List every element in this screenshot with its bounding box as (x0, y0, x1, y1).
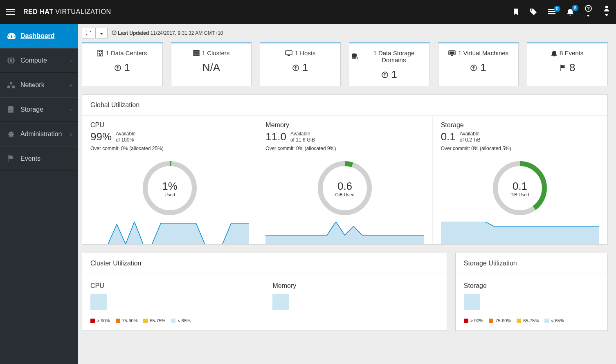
last-updated-label: Last Updated (118, 30, 149, 36)
heatmap-square[interactable] (272, 294, 289, 310)
legend-item: 75-90% (116, 318, 138, 323)
svg-rect-27 (101, 51, 102, 52)
svg-rect-26 (99, 51, 100, 52)
summary-card[interactable]: 8 Events 8 (527, 43, 608, 86)
user-icon[interactable] (603, 5, 610, 19)
refresh-button[interactable] (82, 28, 96, 38)
tasks-icon[interactable]: 0 (548, 9, 555, 15)
sidebar-item-label: Storage (20, 106, 43, 113)
util-cell: Storage 0.1 Availableof 0.2 TiB Over com… (433, 116, 607, 244)
card-body: 1 (84, 61, 160, 74)
bottom-row: Cluster Utilization CPU Memory > 90%75-9… (82, 253, 608, 339)
svg-rect-35 (286, 51, 292, 55)
svg-rect-33 (193, 52, 200, 54)
util-overcommit: Over commit: 0% (allocated 25%) (90, 146, 249, 151)
util-overcommit: Over commit: 0% (allocated 5%) (441, 146, 599, 151)
chevron-right-icon: › (70, 57, 72, 64)
sidebar-item-events[interactable]: Events (0, 146, 78, 171)
util-summary: 99% Availableof 100% (90, 130, 249, 143)
svg-rect-30 (99, 54, 101, 56)
donut-chart[interactable]: 0.6 GiB Used (265, 159, 424, 218)
summary-card[interactable]: 1 Data Storage Domains 1 (349, 43, 430, 86)
card-body: 1 (262, 61, 338, 74)
sidebar-item-label: Events (20, 155, 40, 162)
sparkline[interactable] (90, 222, 249, 244)
summary-card[interactable]: 1 Hosts 1 (260, 43, 341, 86)
last-updated-value: 11/24/2017, 9:31:32 AM GMT+10 (151, 30, 223, 36)
util-summary: 0.1 Availableof 0.2 TiB (441, 130, 599, 143)
storage-icon (7, 106, 16, 113)
sidebar-item-label: Network (20, 81, 45, 89)
help-icon[interactable]: ? (585, 5, 592, 19)
card-title: 1 Clusters (173, 49, 250, 56)
global-util-body: CPU 99% Availableof 100% Over commit: 0%… (82, 116, 607, 244)
util-title: Storage (441, 121, 599, 129)
chevron-right-icon: › (70, 106, 72, 113)
main-content: Last Updated 11/24/2017, 9:31:32 AM GMT+… (78, 24, 616, 364)
card-title: 1 Data Storage Domains (351, 49, 427, 63)
hamburger-icon[interactable] (6, 9, 15, 15)
heatmap-square[interactable] (464, 294, 480, 310)
refresh-dropdown[interactable] (96, 28, 108, 38)
sidebar-item-network[interactable]: Network › (0, 73, 78, 97)
svg-text:?: ? (587, 6, 590, 11)
svg-rect-32 (193, 50, 200, 52)
summary-cards: 1 Data Centers 1 1 Clusters N/A 1 Hosts … (82, 43, 608, 86)
svg-rect-22 (12, 86, 15, 88)
sparkline[interactable] (265, 222, 424, 244)
donut-chart[interactable]: 0.1 TiB Used (441, 159, 599, 218)
svg-rect-43 (450, 52, 454, 54)
svg-rect-2 (548, 13, 555, 14)
legend-item: < 65% (544, 318, 564, 323)
util-overcommit: Over commit: 0% (allocated 9%) (265, 146, 424, 151)
last-updated: Last Updated 11/24/2017, 9:31:32 AM GMT+… (112, 30, 223, 36)
util-summary: 11.0 Availableof 11.6 GiB (265, 130, 424, 143)
svg-text:0.1: 0.1 (513, 180, 527, 192)
svg-rect-1 (548, 11, 555, 12)
cell-title: Storage (464, 282, 599, 290)
brand-light: VIRTUALIZATION (53, 8, 111, 15)
sidebar-item-dashboard[interactable]: Dashboard (0, 24, 78, 48)
cluster-cell-cpu: CPU (82, 274, 264, 318)
util-title: Memory (265, 121, 424, 129)
cell-title: CPU (90, 282, 256, 290)
bookmark-icon[interactable] (513, 9, 519, 15)
card-title: 1 Virtual Machines (441, 49, 517, 56)
donut-chart[interactable]: 1% Used (90, 159, 249, 218)
card-body: 1 (351, 68, 427, 81)
chevron-right-icon: › (70, 82, 72, 88)
heatmap-square[interactable] (90, 294, 107, 310)
sidebar-item-storage[interactable]: Storage › (0, 97, 78, 122)
summary-card[interactable]: 1 Clusters N/A (171, 43, 252, 86)
cell-title: Memory (272, 282, 438, 290)
util-cell: CPU 99% Availableof 100% Over commit: 0%… (82, 116, 257, 244)
compute-icon (7, 57, 16, 64)
sidebar-item-administration[interactable]: Administration › (0, 122, 78, 146)
legend-item: > 90% (90, 318, 110, 323)
card-title: 1 Data Centers (84, 49, 160, 56)
sparkline[interactable] (441, 222, 599, 244)
cluster-body: CPU Memory (82, 274, 447, 318)
bell-badge: 8 (572, 5, 578, 11)
svg-rect-36 (288, 55, 290, 56)
legend: > 90%75-90%65-75%< 65% (456, 318, 607, 330)
legend-item: > 90% (464, 318, 483, 323)
summary-card[interactable]: 1 Virtual Machines 1 (438, 43, 519, 86)
card-title: 8 Events (529, 49, 605, 56)
legend-item: < 65% (171, 318, 191, 323)
card-title: 1 Hosts (262, 49, 338, 56)
util-big: 11.0 (265, 130, 286, 143)
svg-rect-28 (99, 53, 100, 54)
summary-card[interactable]: 1 Data Centers 1 (82, 43, 163, 86)
sidebar: Dashboard Compute › Network › Storage › … (0, 24, 78, 364)
network-icon (7, 82, 16, 88)
sidebar-item-compute[interactable]: Compute › (0, 48, 78, 73)
legend-item: 65-75% (517, 318, 539, 323)
util-title: CPU (90, 121, 249, 129)
cluster-cell-memory: Memory (264, 274, 446, 318)
svg-text:1%: 1% (162, 180, 178, 192)
brand-bold: RED HAT (23, 8, 53, 15)
chevron-right-icon: › (70, 131, 72, 137)
bell-icon[interactable]: 8 (567, 8, 573, 16)
tag-icon[interactable] (530, 9, 537, 15)
